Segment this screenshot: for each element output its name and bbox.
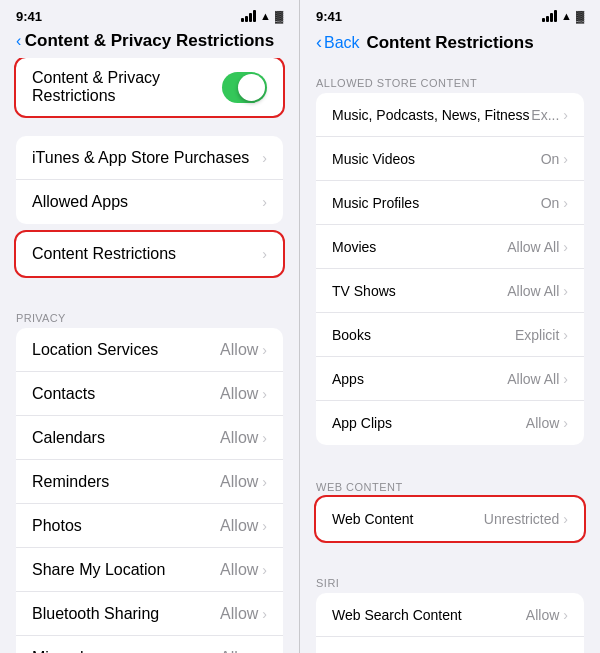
movies-label: Movies <box>332 239 376 255</box>
calendars-row[interactable]: Calendars Allow › <box>16 416 283 460</box>
music-podcasts-row[interactable]: Music, Podcasts, News, Fitness Ex... › <box>316 93 584 137</box>
privacy-group: Location Services Allow › Contacts Allow… <box>16 328 283 653</box>
content-restrictions-row[interactable]: Content Restrictions › <box>16 232 283 276</box>
itunes-right: › <box>262 150 267 166</box>
settings-scroll-right: ALLOWED STORE CONTENT Music, Podcasts, N… <box>300 61 600 653</box>
location-label: Location Services <box>32 341 158 359</box>
photos-right: Allow › <box>220 517 267 535</box>
chevron-icon: › <box>262 474 267 490</box>
music-videos-value: On <box>541 151 560 167</box>
chevron-icon: › <box>563 327 568 343</box>
privacy-toggle[interactable] <box>222 72 267 103</box>
music-profiles-value: On <box>541 195 560 211</box>
nav-bar-left: ‹ Content & Privacy Restrictions <box>0 28 299 58</box>
photos-row[interactable]: Photos Allow › <box>16 504 283 548</box>
reminders-value: Allow <box>220 473 258 491</box>
content-restrictions-group: Content Restrictions › <box>16 232 283 276</box>
privacy-section-header: PRIVACY <box>0 296 299 328</box>
page-title-left: Content & Privacy Restrictions <box>25 31 274 51</box>
reminders-row[interactable]: Reminders Allow › <box>16 460 283 504</box>
tv-shows-right: Allow All › <box>507 283 568 299</box>
web-content-label: Web Content <box>332 511 413 527</box>
chevron-icon: › <box>262 150 267 166</box>
chevron-icon: › <box>262 342 267 358</box>
back-button-left[interactable]: ‹ <box>16 32 21 50</box>
wifi-icon-right: ▲ <box>561 10 572 22</box>
allowed-apps-label: Allowed Apps <box>32 193 128 211</box>
photos-value: Allow <box>220 517 258 535</box>
chevron-icon: › <box>563 107 568 123</box>
music-profiles-row[interactable]: Music Profiles On › <box>316 181 584 225</box>
books-value: Explicit <box>515 327 559 343</box>
web-content-header: WEB CONTENT <box>300 465 600 497</box>
toggle-label: Content & Privacy Restrictions <box>32 69 222 105</box>
signal-icon-right <box>542 10 557 22</box>
apps-right: Allow All › <box>507 371 568 387</box>
allowed-store-header: ALLOWED STORE CONTENT <box>300 61 600 93</box>
itunes-purchases-row[interactable]: iTunes & App Store Purchases › <box>16 136 283 180</box>
calendars-right: Allow › <box>220 429 267 447</box>
siri-group: Web Search Content Allow › Explicit Lang… <box>316 593 584 653</box>
music-podcasts-right: Ex... › <box>531 107 568 123</box>
chevron-icon: › <box>563 195 568 211</box>
allowed-apps-row[interactable]: Allowed Apps › <box>16 180 283 224</box>
web-search-content-row[interactable]: Web Search Content Allow › <box>316 593 584 637</box>
microphone-value: Allow <box>220 649 258 654</box>
back-label: Back <box>324 34 360 52</box>
content-privacy-toggle-row[interactable]: Content & Privacy Restrictions <box>16 58 283 116</box>
microphone-right: Allow › <box>220 649 267 654</box>
web-content-row[interactable]: Web Content Unrestricted › <box>316 497 584 541</box>
movies-right: Allow All › <box>507 239 568 255</box>
contacts-label: Contacts <box>32 385 95 403</box>
settings-scroll-left: Content & Privacy Restrictions iTunes & … <box>0 58 299 653</box>
tv-shows-value: Allow All <box>507 283 559 299</box>
chevron-icon: › <box>262 194 267 210</box>
page-title-right: Content Restrictions <box>366 33 533 53</box>
chevron-left-icon: ‹ <box>16 32 21 50</box>
content-restrictions-label: Content Restrictions <box>32 245 176 263</box>
microphone-label: Microphone <box>32 649 116 654</box>
nav-bar-right: ‹ Back Content Restrictions <box>300 28 600 61</box>
calendars-label: Calendars <box>32 429 105 447</box>
tv-shows-row[interactable]: TV Shows Allow All › <box>316 269 584 313</box>
books-row[interactable]: Books Explicit › <box>316 313 584 357</box>
toggle-group: Content & Privacy Restrictions <box>16 58 283 116</box>
music-videos-row[interactable]: Music Videos On › <box>316 137 584 181</box>
time-left: 9:41 <box>16 9 42 24</box>
location-value: Allow <box>220 341 258 359</box>
microphone-row[interactable]: Microphone Allow › <box>16 636 283 653</box>
wifi-icon: ▲ <box>260 10 271 22</box>
web-content-group: Web Content Unrestricted › <box>316 497 584 541</box>
app-clips-right: Allow › <box>526 415 568 431</box>
share-location-label: Share My Location <box>32 561 165 579</box>
panel-left: 9:41 ▲ ▓ ‹ Content & Privacy Restriction… <box>0 0 300 653</box>
apps-label: Apps <box>332 371 364 387</box>
siri-header: SIRI <box>300 561 600 593</box>
chevron-icon: › <box>262 518 267 534</box>
movies-row[interactable]: Movies Allow All › <box>316 225 584 269</box>
chevron-icon: › <box>262 246 267 262</box>
reminders-right: Allow › <box>220 473 267 491</box>
contacts-row[interactable]: Contacts Allow › <box>16 372 283 416</box>
explicit-language-row[interactable]: Explicit Language Allow › <box>316 637 584 653</box>
music-podcasts-value: Ex... <box>531 107 559 123</box>
web-content-value: Unrestricted <box>484 511 559 527</box>
time-right: 9:41 <box>316 9 342 24</box>
chevron-icon: › <box>563 371 568 387</box>
contacts-value: Allow <box>220 385 258 403</box>
apps-value: Allow All <box>507 371 559 387</box>
share-location-value: Allow <box>220 561 258 579</box>
app-clips-row[interactable]: App Clips Allow › <box>316 401 584 445</box>
store-content-group: Music, Podcasts, News, Fitness Ex... › M… <box>316 93 584 445</box>
bluetooth-sharing-row[interactable]: Bluetooth Sharing Allow › <box>16 592 283 636</box>
books-right: Explicit › <box>515 327 568 343</box>
music-profiles-right: On › <box>541 195 568 211</box>
back-button-right[interactable]: ‹ Back <box>316 32 360 53</box>
share-my-location-row[interactable]: Share My Location Allow › <box>16 548 283 592</box>
location-services-row[interactable]: Location Services Allow › <box>16 328 283 372</box>
music-podcasts-label: Music, Podcasts, News, Fitness <box>332 107 530 123</box>
chevron-icon: › <box>262 430 267 446</box>
web-search-label: Web Search Content <box>332 607 462 623</box>
apps-row[interactable]: Apps Allow All › <box>316 357 584 401</box>
bluetooth-value: Allow <box>220 605 258 623</box>
